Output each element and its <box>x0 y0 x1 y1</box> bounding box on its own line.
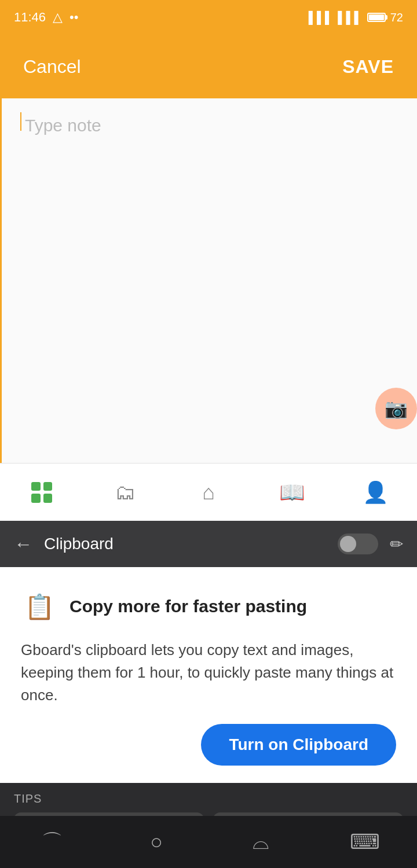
system-home-button[interactable]: ○ <box>136 822 177 862</box>
battery-fill <box>369 14 384 20</box>
note-placeholder: Type note <box>25 116 101 135</box>
battery-icon <box>367 13 386 22</box>
book-icon: 📖 <box>279 480 305 505</box>
nav-item-home[interactable]: ⌂ <box>185 469 232 516</box>
cancel-button[interactable]: Cancel <box>23 56 81 78</box>
recent-nav-icon: ⌓ <box>253 830 269 854</box>
home-icon: ⌂ <box>202 480 215 505</box>
clipboard-blue-icon: 📋 <box>24 593 54 621</box>
grid-icon <box>31 482 52 503</box>
edit-icon[interactable]: ✏ <box>390 535 403 554</box>
profile-icon: 👤 <box>363 480 389 505</box>
app-nav: 🗂 ⌂ 📖 👤 <box>0 463 417 521</box>
promo-header: 📋 Copy more for faster pasting <box>21 588 396 625</box>
system-nav: ⌒ ○ ⌓ ⌨ <box>0 816 417 868</box>
home-nav-icon: ○ <box>150 830 163 854</box>
note-editor[interactable]: Type note <box>0 98 417 463</box>
promo-card: 📋 Copy more for faster pasting Gboard's … <box>0 567 417 783</box>
system-back-button[interactable]: ⌒ <box>32 822 72 862</box>
signal-icon-2: ▌▌▌ <box>338 11 363 24</box>
promo-title: Copy more for faster pasting <box>70 597 307 616</box>
nav-item-profile[interactable]: 👤 <box>352 469 398 516</box>
back-nav-icon: ⌒ <box>42 828 63 856</box>
clipboard-title: Clipboard <box>44 535 326 553</box>
back-button[interactable]: ← <box>14 534 32 555</box>
nav-item-clipboard[interactable]: 🗂 <box>102 469 148 516</box>
text-cursor <box>20 112 21 131</box>
battery-level: 72 <box>390 11 403 24</box>
turn-on-clipboard-button[interactable]: Turn on Clipboard <box>201 724 396 766</box>
save-button[interactable]: SAVE <box>342 56 394 78</box>
clipboard-nav-icon: 🗂 <box>115 480 136 505</box>
signal-icon: ▌▌▌ <box>309 11 334 24</box>
status-time: 11:46 <box>14 10 46 25</box>
system-recent-button[interactable]: ⌓ <box>240 822 281 862</box>
status-bar: 11:46 △ •• ▌▌▌ ▌▌▌ 72 <box>0 0 417 35</box>
system-keyboard-button[interactable]: ⌨ <box>345 822 385 862</box>
tips-label: TIPS <box>14 792 403 806</box>
toggle-knob <box>340 536 356 552</box>
status-alert-icon: △ <box>53 10 63 25</box>
promo-description: Gboard's clipboard lets you copy text an… <box>21 639 396 707</box>
clipboard-header: ← Clipboard ✏ <box>0 521 417 567</box>
status-dots: •• <box>70 10 78 25</box>
app-bar: Cancel SAVE <box>0 35 417 98</box>
keyboard-nav-icon: ⌨ <box>350 830 380 854</box>
floating-camera-button[interactable]: 📷 <box>375 388 417 429</box>
clipboard-toggle[interactable] <box>338 534 378 554</box>
nav-item-grid[interactable] <box>19 469 65 516</box>
nav-item-book[interactable]: 📖 <box>269 469 315 516</box>
status-right: ▌▌▌ ▌▌▌ 72 <box>309 11 403 24</box>
status-left: 11:46 △ •• <box>14 10 78 25</box>
promo-clipboard-icon: 📋 <box>21 588 58 625</box>
camera-icon: 📷 <box>385 398 408 420</box>
